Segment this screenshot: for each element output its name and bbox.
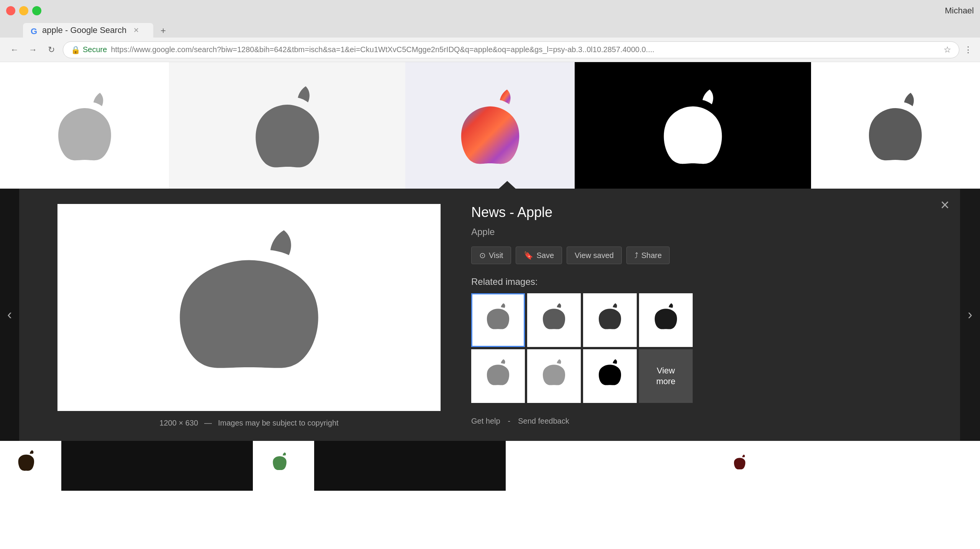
back-button[interactable]: ← <box>8 43 21 57</box>
bottom-links-separator: - <box>508 417 511 426</box>
bottom-image-4[interactable] <box>314 441 506 491</box>
close-window-button[interactable] <box>6 6 15 15</box>
next-icon: › <box>968 307 972 323</box>
forward-icon: → <box>29 45 37 55</box>
strip-image-2[interactable] <box>169 62 405 189</box>
bookmark-button[interactable]: ☆ <box>944 45 951 55</box>
bottom-image-1[interactable] <box>0 441 61 491</box>
address-bar[interactable]: 🔒 Secure https://www.google.com/search?b… <box>63 41 959 58</box>
next-image-button[interactable]: › <box>960 189 980 441</box>
image-dimensions: 1200 × 630 <box>159 419 198 427</box>
bottom-strip <box>0 441 980 491</box>
strip-image-5[interactable] <box>811 62 980 189</box>
forward-button[interactable]: → <box>26 43 40 57</box>
tab-favicon: G <box>31 26 38 34</box>
related-apple-2 <box>537 303 571 337</box>
browser-chrome: Michael G apple - Google Search ✕ + ← → … <box>0 0 980 62</box>
bottom-apple-5 <box>733 452 752 479</box>
copyright-note: Images may be subject to copyright <box>218 419 339 427</box>
close-panel-button[interactable]: × <box>941 196 949 214</box>
strip-image-1[interactable] <box>0 62 169 189</box>
right-panel: News - Apple Apple ⊙ Visit 🔖 Save View s… <box>456 189 980 441</box>
view-more-label: Viewmore <box>656 365 675 387</box>
title-bar: Michael <box>0 0 980 21</box>
traffic-lights <box>6 6 41 15</box>
related-image-2[interactable] <box>527 293 581 347</box>
bookmark-icon: 🔖 <box>524 251 533 260</box>
dark-panel: ‹ 1200 × 630 — Images may be subject to … <box>0 189 980 441</box>
related-image-3[interactable] <box>583 293 637 347</box>
related-apple-3 <box>593 303 627 337</box>
apple-logo-5 <box>863 87 928 164</box>
bottom-image-5[interactable] <box>506 441 980 491</box>
panel-arrow-up <box>498 181 516 189</box>
reload-icon: ↻ <box>48 45 55 55</box>
related-apple-5 <box>481 359 515 393</box>
tab-title: apple - Google Search <box>42 25 126 35</box>
new-tab-button[interactable]: + <box>156 24 170 38</box>
visit-button[interactable]: ⊙ Visit <box>471 247 511 264</box>
tab-close-button[interactable]: ✕ <box>133 26 139 35</box>
related-apple-6 <box>537 359 571 393</box>
maximize-window-button[interactable] <box>32 6 41 15</box>
share-button[interactable]: ⤴ Share <box>626 247 670 264</box>
tab-bar: G apple - Google Search ✕ + <box>0 21 980 38</box>
view-saved-button[interactable]: View saved <box>567 247 622 264</box>
bottom-image-3[interactable] <box>253 441 314 491</box>
panel-source: Apple <box>471 227 965 237</box>
profile-name: Michael <box>945 6 974 16</box>
page-content: ‹ 1200 × 630 — Images may be subject to … <box>0 62 980 491</box>
bottom-links: Get help - Send feedback <box>471 417 965 426</box>
share-icon: ⤴ <box>634 251 638 260</box>
send-feedback-link[interactable]: Send feedback <box>518 417 569 426</box>
apple-logo-4 <box>657 83 729 168</box>
url-text: https://www.google.com/search?biw=1280&b… <box>111 45 654 54</box>
strip-image-3[interactable] <box>405 62 574 189</box>
related-image-6[interactable] <box>527 349 581 403</box>
active-tab[interactable]: G apple - Google Search ✕ <box>23 23 153 38</box>
panel-title: News - Apple <box>471 204 965 220</box>
apple-logo-3 <box>454 83 526 168</box>
related-image-1[interactable] <box>471 293 525 347</box>
bottom-apple-1 <box>17 449 44 483</box>
secure-label: Secure <box>83 45 107 54</box>
prev-icon: ‹ <box>7 307 12 323</box>
more-menu-button[interactable]: ⋮ <box>964 45 972 55</box>
strip-image-4[interactable] <box>575 62 811 189</box>
get-help-link[interactable]: Get help <box>471 417 500 426</box>
url-base: https://www.google.com <box>111 45 192 54</box>
apple-logo-2 <box>248 79 326 171</box>
bottom-image-2[interactable] <box>61 441 253 491</box>
related-image-5[interactable] <box>471 349 525 403</box>
related-image-7[interactable] <box>583 349 637 403</box>
share-label: Share <box>641 251 662 260</box>
action-buttons: ⊙ Visit 🔖 Save View saved ⤴ Share <box>471 247 965 264</box>
view-saved-label: View saved <box>575 251 614 260</box>
new-tab-icon: + <box>161 25 166 36</box>
save-button[interactable]: 🔖 Save <box>516 247 562 264</box>
close-icon: × <box>941 196 949 213</box>
main-image-container: 1200 × 630 — Images may be subject to co… <box>19 189 456 441</box>
visit-label: Visit <box>489 251 503 260</box>
related-label: Related images: <box>471 276 965 287</box>
nav-bar: ← → ↻ 🔒 Secure https://www.google.com/se… <box>0 38 980 62</box>
url-path: /search?biw=1280&bih=642&tbm=isch&sa=1&e… <box>192 45 654 54</box>
reload-button[interactable]: ↻ <box>44 43 58 57</box>
related-apple-4 <box>649 303 683 337</box>
related-images-grid: Viewmore <box>471 293 965 403</box>
compass-icon: ⊙ <box>479 251 486 260</box>
save-label: Save <box>536 251 554 260</box>
bottom-apple-3 <box>272 450 295 481</box>
lock-icon: 🔒 <box>71 45 80 54</box>
related-image-4[interactable] <box>639 293 693 347</box>
minimize-window-button[interactable] <box>19 6 28 15</box>
view-more-button[interactable]: Viewmore <box>639 349 693 403</box>
back-icon: ← <box>10 45 19 55</box>
main-image-box[interactable] <box>57 204 441 411</box>
image-strip <box>0 62 980 189</box>
apple-logo-1 <box>52 87 117 164</box>
related-apple-1 <box>481 303 515 337</box>
main-apple-logo <box>149 225 349 390</box>
prev-image-button[interactable]: ‹ <box>0 189 19 441</box>
secure-badge: 🔒 Secure <box>71 45 107 54</box>
